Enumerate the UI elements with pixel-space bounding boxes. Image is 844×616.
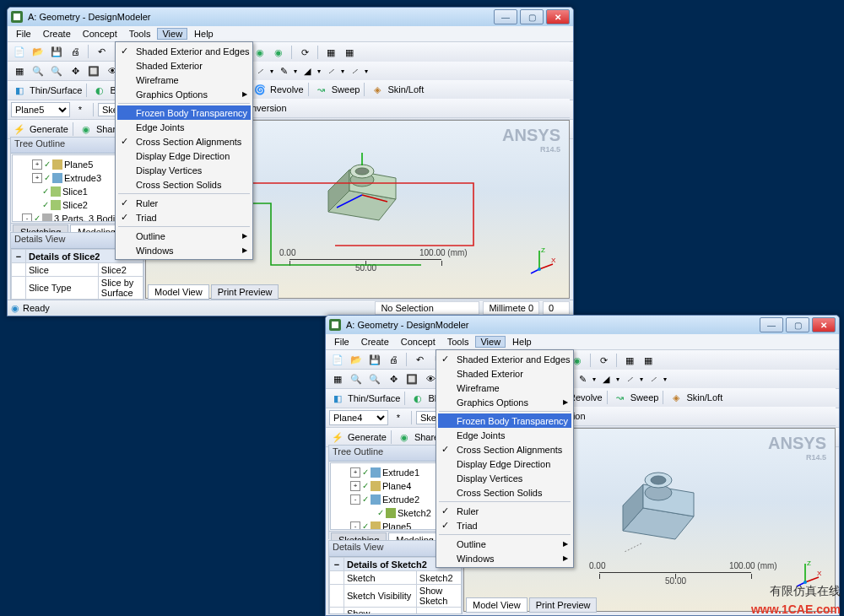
titlebar[interactable]: A: Geometry - DesignModeler — ▢ ✕ bbox=[326, 316, 839, 334]
close-button[interactable]: ✕ bbox=[546, 9, 570, 24]
menu-item[interactable]: Shaded Exterior bbox=[117, 58, 251, 73]
tab-model-view[interactable]: Model View bbox=[466, 597, 528, 613]
menu-item[interactable]: Edge Joints bbox=[117, 120, 251, 134]
menu-item[interactable]: ✓Shaded Exterior and Edges bbox=[438, 352, 571, 366]
b1-icon[interactable]: ◉ bbox=[252, 44, 268, 61]
blend-icon[interactable]: ◐ bbox=[91, 82, 108, 99]
menu-tools[interactable]: Tools bbox=[442, 336, 474, 348]
menu-item[interactable]: ✓Cross Section Alignments bbox=[117, 134, 251, 149]
maximize-button[interactable]: ▢ bbox=[786, 317, 809, 332]
revolve-label[interactable]: Revolve bbox=[270, 84, 304, 95]
line-icon[interactable]: ⟋ bbox=[252, 62, 268, 79]
triad-icon[interactable]: Z X bbox=[528, 246, 556, 274]
new-plane-icon[interactable]: * bbox=[72, 101, 89, 118]
edge-icon[interactable]: ✎ bbox=[574, 370, 591, 387]
pan-icon[interactable]: ✥ bbox=[67, 62, 84, 79]
edge-icon[interactable]: ✎ bbox=[275, 62, 292, 79]
save-icon[interactable]: 💾 bbox=[48, 43, 65, 60]
b4-icon[interactable]: ▦ bbox=[322, 44, 339, 61]
plane-combo[interactable]: Plane5 bbox=[11, 102, 70, 117]
thin-label[interactable]: Thin/Surface bbox=[348, 393, 400, 403]
minimize-button[interactable]: — bbox=[494, 9, 517, 24]
menu-item[interactable]: Wireframe bbox=[117, 73, 251, 87]
rotate-icon[interactable]: 🔍 bbox=[30, 62, 46, 79]
skin-label[interactable]: Skin/Loft bbox=[686, 392, 722, 403]
select-icon[interactable]: ▦ bbox=[329, 370, 346, 387]
new-icon[interactable]: 📄 bbox=[329, 351, 346, 368]
menu-item[interactable]: Frozen Body Transparency bbox=[438, 413, 571, 428]
generate-label[interactable]: Generate bbox=[348, 432, 387, 442]
body-icon[interactable]: ⟋ bbox=[621, 370, 638, 387]
sweep-label[interactable]: Sweep bbox=[630, 392, 659, 403]
menu-item[interactable]: Outline▶ bbox=[438, 537, 571, 551]
menu-item[interactable]: Display Vertices bbox=[117, 163, 251, 177]
menu-item[interactable]: ✓Ruler bbox=[438, 504, 571, 518]
skin-icon[interactable]: ◈ bbox=[369, 81, 386, 98]
sweep-label[interactable]: Sweep bbox=[332, 84, 360, 95]
menu-item[interactable]: ✓Triad bbox=[117, 210, 251, 224]
select-icon[interactable]: ▦ bbox=[11, 62, 28, 79]
menu-create[interactable]: Create bbox=[356, 336, 394, 348]
generate-label[interactable]: Generate bbox=[30, 124, 68, 134]
tab-model-view[interactable]: Model View bbox=[148, 284, 209, 300]
thin-icon[interactable]: ◧ bbox=[329, 390, 346, 407]
menu-view[interactable]: View bbox=[475, 336, 506, 348]
new-plane-icon[interactable]: * bbox=[390, 409, 407, 426]
menu-item[interactable]: Display Edge Direction bbox=[117, 149, 251, 163]
menu-item[interactable]: Display Edge Direction bbox=[438, 457, 571, 471]
thin-label[interactable]: Thin/Surface bbox=[30, 85, 82, 95]
menu-concept[interactable]: Concept bbox=[78, 28, 122, 40]
pan-icon[interactable]: ✥ bbox=[385, 370, 402, 387]
zoom-icon[interactable]: 🔍 bbox=[366, 370, 383, 387]
b3-icon[interactable]: ⟳ bbox=[595, 352, 612, 369]
fit-icon[interactable]: 🔲 bbox=[403, 370, 420, 387]
menu-help[interactable]: Help bbox=[507, 336, 537, 348]
menu-item[interactable]: ✓Shaded Exterior and Edges bbox=[117, 44, 251, 58]
b3-icon[interactable]: ⟳ bbox=[296, 44, 313, 61]
new-icon[interactable]: 📄 bbox=[11, 43, 28, 60]
thin-icon[interactable]: ◧ bbox=[11, 82, 28, 99]
menu-item[interactable]: Edge Joints bbox=[438, 428, 571, 442]
open-icon[interactable]: 📂 bbox=[30, 43, 46, 60]
menu-create[interactable]: Create bbox=[38, 28, 76, 40]
save-icon[interactable]: 💾 bbox=[366, 351, 383, 368]
share-icon[interactable]: ◉ bbox=[78, 121, 95, 138]
minimize-button[interactable]: — bbox=[760, 317, 783, 332]
b4-icon[interactable]: ▦ bbox=[621, 352, 638, 369]
zoom-icon[interactable]: 🔍 bbox=[48, 62, 65, 79]
undo-icon[interactable]: ↶ bbox=[93, 43, 110, 60]
undo-icon[interactable]: ↶ bbox=[411, 351, 428, 368]
menu-item[interactable]: Wireframe bbox=[438, 381, 571, 395]
menu-item[interactable]: Outline▶ bbox=[117, 229, 251, 243]
menu-file[interactable]: File bbox=[11, 28, 36, 40]
menu-file[interactable]: File bbox=[329, 336, 354, 348]
sweep-icon[interactable]: ↝ bbox=[612, 389, 629, 406]
menu-item[interactable]: Windows▶ bbox=[438, 551, 571, 565]
menu-item[interactable]: Windows▶ bbox=[117, 243, 251, 257]
blend-icon[interactable]: ◐ bbox=[409, 390, 426, 407]
titlebar[interactable]: A: Geometry - DesignModeler — ▢ ✕ bbox=[8, 8, 573, 26]
menu-item[interactable]: ✓Triad bbox=[438, 518, 571, 532]
menu-view[interactable]: View bbox=[157, 28, 187, 40]
menu-item[interactable]: Graphics Options▶ bbox=[438, 395, 571, 409]
b2-icon[interactable]: ◉ bbox=[270, 44, 287, 61]
generate-icon[interactable]: ⚡ bbox=[11, 121, 28, 138]
menu-item[interactable]: Shaded Exterior bbox=[438, 366, 571, 381]
vert-icon[interactable]: ⟋ bbox=[645, 370, 662, 387]
rotate-icon[interactable]: 🔍 bbox=[348, 370, 365, 387]
nversion-label[interactable]: nversion bbox=[252, 103, 287, 113]
sweep-icon[interactable]: ↝ bbox=[313, 81, 330, 98]
close-button[interactable]: ✕ bbox=[812, 317, 836, 332]
print-icon[interactable]: 🖨 bbox=[385, 351, 402, 368]
menu-concept[interactable]: Concept bbox=[396, 336, 441, 348]
generate-icon[interactable]: ⚡ bbox=[329, 429, 346, 446]
tab-print-preview[interactable]: Print Preview bbox=[529, 597, 598, 613]
skin-icon[interactable]: ◈ bbox=[668, 389, 684, 406]
open-icon[interactable]: 📂 bbox=[348, 351, 365, 368]
skin-label[interactable]: Skin/Loft bbox=[387, 84, 424, 95]
face-icon[interactable]: ◢ bbox=[598, 370, 614, 387]
menu-item[interactable]: Cross Section Solids bbox=[438, 485, 571, 500]
triad-icon[interactable]: Z X bbox=[793, 559, 822, 587]
fit-icon[interactable]: 🔲 bbox=[85, 62, 102, 79]
tab-print-preview[interactable]: Print Preview bbox=[211, 284, 279, 300]
